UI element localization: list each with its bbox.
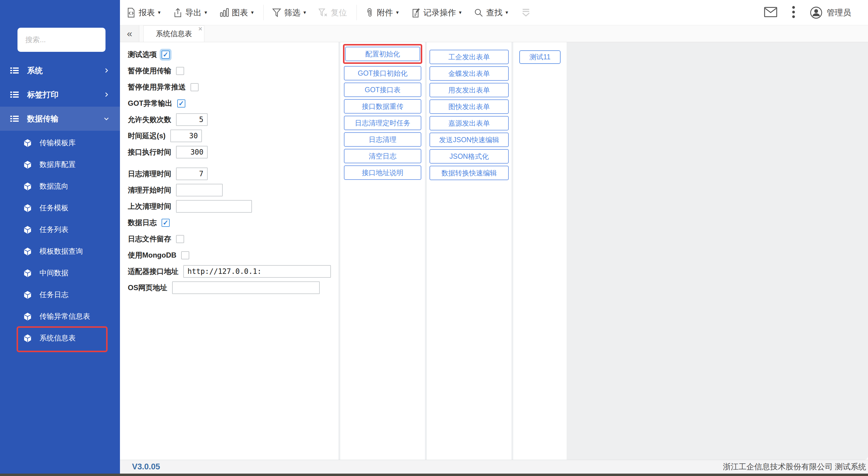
log-clean-scheduled-task-button[interactable]: 日志清理定时任务 (344, 116, 421, 130)
last-clean-time-input (176, 200, 252, 213)
collapse-sidebar-button[interactable]: « (120, 25, 139, 42)
clean-start-time-input[interactable] (176, 184, 223, 196)
attachment-icon (365, 8, 374, 18)
sidebar-item-label: 数据库配置 (39, 160, 76, 169)
sidebar-item-data-flow[interactable]: 数据流向 (0, 175, 120, 197)
chevron-right-icon (103, 91, 110, 98)
sidebar-item-label: 任务日志 (39, 290, 68, 299)
toolbar-filter[interactable]: 筛选 ▾ (272, 7, 306, 18)
search-input[interactable] (18, 35, 119, 44)
toolbar-collapse[interactable] (521, 8, 531, 17)
toolbar-export[interactable]: 导出 ▾ (173, 7, 207, 18)
cube-icon (24, 291, 32, 299)
toolbar-attachment[interactable]: 附件 ▾ (365, 7, 399, 18)
record-edit-icon (411, 8, 421, 18)
field-label: OS网页地址 (128, 283, 167, 292)
cube-icon (24, 334, 32, 342)
highlight-ring: 配置初始化 (343, 44, 422, 64)
caret-down-icon: ▾ (396, 9, 399, 16)
log-file-retention-checkbox[interactable] (176, 235, 184, 243)
sidebar-item-transfer-exception-table[interactable]: 传输异常信息表 (0, 306, 120, 327)
toolbar-label: 查找 (486, 7, 502, 18)
json-format-button[interactable]: JSON格式化 (430, 149, 509, 164)
jiayuan-outgoing-form-button[interactable]: 嘉源发出表单 (430, 116, 509, 130)
toolbar-label: 导出 (185, 7, 202, 18)
field-label: 上次清理时间 (128, 201, 171, 211)
mail-icon[interactable] (764, 7, 777, 19)
toolbar-label: 图表 (232, 7, 248, 18)
sidebar-item-label: 中间数据 (39, 268, 68, 278)
user-menu[interactable]: 管理员 (810, 6, 851, 19)
sidebar-item-label-print[interactable]: 标签打印 (0, 83, 120, 107)
sidebar-nav: 系统 标签打印 数据传输 传输模板库 数据库配置 (0, 58, 120, 349)
form-row-got-exception-output: GOT异常输出 ✓ (128, 95, 338, 112)
tukuai-outgoing-form-button[interactable]: 图快发出表单 (430, 99, 509, 114)
sidebar-item-task-log[interactable]: 任务日志 (0, 284, 120, 306)
user-icon (810, 6, 823, 19)
interface-address-help-button[interactable]: 接口地址说明 (344, 165, 421, 180)
sidebar-item-transfer-template-lib[interactable]: 传输模板库 (0, 132, 120, 154)
field-label: 测试选项 (128, 50, 157, 59)
interface-exec-time-input[interactable] (176, 146, 208, 158)
sidebar-item-system-info-table[interactable]: 系统信息表 (0, 327, 120, 349)
data-convert-quick-edit-button[interactable]: 数据转换快速编辑 (430, 166, 509, 180)
toolbar-label: 附件 (377, 7, 393, 18)
filter-reset-icon (318, 8, 328, 17)
gongqi-outgoing-form-button[interactable]: 工企发出表单 (430, 50, 509, 64)
toolbar-label: 记录操作 (424, 7, 456, 18)
pause-transfer-checkbox[interactable] (176, 67, 184, 75)
tab-system-info-table[interactable]: 系统信息表 × (144, 25, 204, 42)
form-row-interface-exec-time: 接口执行时间 (128, 144, 338, 160)
test-option-checkbox[interactable]: ✓ (161, 51, 170, 59)
sidebar-item-intermediate-data[interactable]: 中间数据 (0, 262, 120, 284)
sidebar-item-task-template[interactable]: 任务模板 (0, 197, 120, 219)
time-delay-input[interactable] (170, 130, 202, 142)
close-icon[interactable]: × (198, 25, 202, 33)
use-mongodb-checkbox[interactable] (181, 251, 189, 259)
form-row-pause-transfer: 暂停使用传输 (128, 63, 338, 79)
check-icon: ✓ (163, 219, 168, 226)
toolbar-chart[interactable]: 图表 ▾ (220, 7, 254, 18)
sidebar: 系统 标签打印 数据传输 传输模板库 数据库配置 (0, 0, 120, 474)
form-row-os-web-address: OS网页地址 (128, 280, 338, 296)
allow-fail-count-input[interactable] (176, 113, 208, 126)
cube-icon (24, 182, 32, 190)
kebab-menu-icon[interactable] (792, 6, 795, 20)
interface-data-resend-button[interactable]: 接口数据重传 (344, 99, 421, 114)
sidebar-item-system[interactable]: 系统 (0, 58, 120, 83)
toolbar-report[interactable]: 报表 ▾ (127, 7, 161, 18)
os-web-address-input[interactable] (172, 281, 320, 294)
clear-log-button[interactable]: 清空日志 (344, 149, 421, 163)
field-label: 日志文件留存 (128, 234, 171, 244)
pause-exception-push-checkbox[interactable] (190, 83, 198, 91)
config-init-button[interactable]: 配置初始化 (345, 47, 420, 61)
sidebar-item-label: 传输模板库 (39, 138, 76, 148)
sidebar-submenu: 传输模板库 数据库配置 数据流向 任务模板 任务列表 (0, 131, 120, 349)
sidebar-item-database-config[interactable]: 数据库配置 (0, 154, 120, 175)
toolbar-right: 管理员 (764, 6, 868, 20)
adapter-api-address-input[interactable] (183, 265, 331, 278)
send-json-quick-edit-button[interactable]: 发送JSON快速编辑 (430, 132, 509, 147)
sidebar-item-task-list[interactable]: 任务列表 (0, 219, 120, 241)
got-interface-table-button[interactable]: GOT接口表 (344, 83, 421, 97)
sidebar-item-label: 任务模板 (39, 203, 68, 213)
check-icon: ✓ (163, 51, 168, 58)
got-interface-init-button[interactable]: GOT接口初始化 (344, 66, 421, 81)
toolbar-find[interactable]: 查找 ▾ (474, 7, 508, 18)
caret-down-icon: ▾ (205, 9, 207, 16)
got-exception-output-checkbox[interactable]: ✓ (177, 99, 185, 107)
sidebar-item-template-data-query[interactable]: 模板数据查询 (0, 241, 120, 262)
data-log-checkbox[interactable]: ✓ (161, 219, 170, 227)
yonyou-outgoing-form-button[interactable]: 用友发出表单 (430, 83, 509, 97)
kingdee-outgoing-form-button[interactable]: 金蝶发出表单 (430, 66, 509, 81)
sidebar-item-label: 传输异常信息表 (39, 312, 90, 321)
sidebar-search-box[interactable] (18, 28, 105, 52)
toolbar-record-actions[interactable]: 记录操作 ▾ (411, 7, 462, 18)
log-clean-days-input[interactable] (176, 167, 208, 180)
test11-button[interactable]: 测试11 (519, 50, 561, 64)
filter-icon (272, 8, 281, 17)
main-area: 报表 ▾ 导出 ▾ 图表 ▾ 筛选 ▾ 复位 (120, 0, 868, 474)
version-label: V3.0.05 (132, 462, 160, 472)
sidebar-item-data-transfer[interactable]: 数据传输 (0, 107, 120, 131)
log-clean-button[interactable]: 日志清理 (344, 132, 421, 147)
